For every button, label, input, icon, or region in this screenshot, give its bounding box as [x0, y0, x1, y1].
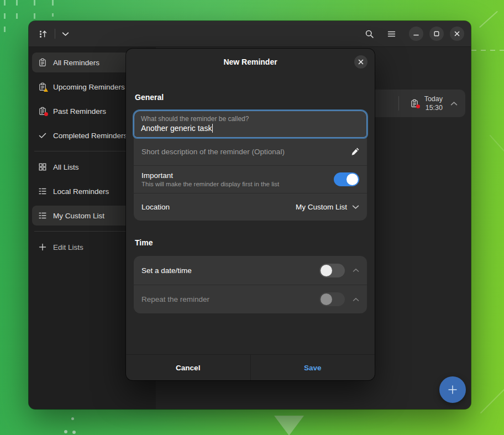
sidebar-item-label: All Reminders: [53, 59, 99, 67]
set-datetime-label: Set a date/time: [141, 266, 192, 275]
dialog-actions: Cancel Save: [126, 354, 375, 380]
time-section-heading: Time: [135, 238, 367, 247]
sidebar-item-label: Upcoming Reminders: [53, 83, 125, 91]
sort-ascending-icon: [39, 29, 48, 39]
save-button[interactable]: Save: [250, 355, 375, 380]
chevron-down-icon: [62, 32, 69, 36]
primary-menu-button[interactable]: [385, 28, 398, 40]
maximize-icon: [434, 31, 439, 36]
chevron-up-icon[interactable]: [353, 268, 359, 272]
wallpaper-dash-line: [52, 0, 54, 17]
location-label: Location: [141, 203, 170, 211]
maximize-button[interactable]: [429, 27, 444, 41]
dialog-title: New Reminder: [223, 57, 277, 66]
chevron-down-icon: [352, 205, 359, 209]
sidebar-item-label: My Custom List: [53, 212, 104, 220]
sidebar-item-label: All Lists: [53, 163, 79, 171]
reminder-row-separator: [398, 96, 399, 111]
text-caret: [212, 124, 213, 133]
toggle-knob: [321, 265, 332, 276]
task-list-icon: [38, 211, 47, 220]
wallpaper-dash-line: [34, 0, 35, 19]
wallpaper-dash-line: [4, 0, 6, 32]
clipboard-icon: [38, 58, 47, 67]
location-value: My Custom List: [296, 203, 347, 211]
chevron-up-icon[interactable]: [450, 101, 458, 106]
reminder-name-label: What should the reminder be called?: [141, 115, 360, 123]
clipboard-warning-icon: [38, 82, 47, 91]
close-icon: [454, 31, 460, 36]
reminder-name-value: Another generic task: [141, 124, 212, 133]
plus-icon: [448, 385, 458, 395]
new-reminder-fab[interactable]: [439, 376, 466, 403]
set-datetime-toggle[interactable]: [319, 264, 345, 277]
toggle-knob: [321, 294, 332, 305]
reminder-date: Today: [424, 95, 443, 103]
sort-button[interactable]: [36, 27, 50, 41]
minimize-button[interactable]: [409, 27, 423, 41]
reminder-name-field[interactable]: What should the reminder be called? Anot…: [134, 111, 367, 138]
task-list-icon: [38, 187, 47, 196]
checkmark-icon: [38, 131, 47, 140]
reminder-datetime: Today 15:30: [424, 95, 443, 113]
important-subtitle: This will make the reminder display firs…: [141, 181, 279, 187]
dialog-body: General What should the reminder be call…: [126, 75, 375, 354]
overdue-badge: [44, 112, 48, 116]
search-button[interactable]: [363, 27, 376, 41]
wallpaper-dashes: [471, 50, 504, 51]
chevron-up-icon: [353, 297, 359, 302]
wallpaper-streak: [479, 11, 498, 28]
hamburger-menu-icon: [387, 30, 396, 38]
time-group: Set a date/time Repeat the reminder: [134, 256, 367, 313]
dialog-close-button[interactable]: [354, 55, 368, 69]
warning-badge: [44, 88, 48, 92]
minimize-icon: [413, 31, 419, 36]
repeat-reminder-row: Repeat the reminder: [134, 285, 367, 313]
wallpaper-triangle: [274, 416, 304, 435]
set-datetime-row: Set a date/time: [134, 256, 367, 285]
search-icon: [365, 29, 374, 39]
sidebar-item-label: Past Reminders: [53, 107, 106, 116]
dialog-header: New Reminder: [126, 49, 375, 75]
reminder-time: 15:30: [426, 104, 443, 112]
headerbar-separator: [55, 29, 55, 39]
edit-pencil-icon[interactable]: [351, 148, 359, 156]
sidebar-item-label: Edit Lists: [53, 243, 83, 251]
clipboard-overdue-icon: [410, 99, 419, 108]
sidebar-item-label: Completed Reminders: [53, 132, 127, 140]
description-row[interactable]: Short description of the reminder (Optio…: [134, 138, 367, 165]
important-toggle[interactable]: [334, 172, 359, 186]
location-row[interactable]: Location My Custom List: [134, 193, 367, 221]
description-placeholder: Short description of the reminder (Optio…: [141, 148, 285, 156]
cancel-button[interactable]: Cancel: [126, 355, 250, 380]
headerbar: [29, 21, 471, 47]
plus-icon: [38, 243, 47, 251]
important-title: Important: [141, 171, 279, 180]
general-section-heading: General: [135, 93, 367, 102]
wallpaper-streak: [480, 388, 504, 414]
clipboard-overdue-icon: [38, 107, 47, 116]
toggle-knob: [347, 174, 358, 185]
grid-icon: [38, 163, 47, 171]
new-reminder-dialog: New Reminder General What should the rem…: [126, 49, 375, 380]
general-group: What should the reminder be called? Anot…: [134, 111, 367, 221]
sort-dropdown-button[interactable]: [60, 29, 71, 39]
wallpaper-dash-line: [16, 0, 18, 25]
repeat-reminder-toggle: [319, 292, 345, 306]
sidebar-item-label: Local Reminders: [53, 187, 109, 196]
close-window-button[interactable]: [450, 27, 464, 41]
close-icon: [358, 59, 364, 65]
wallpaper-dot: [64, 430, 67, 433]
wallpaper-streak: [490, 135, 504, 156]
wallpaper-dot: [71, 417, 74, 420]
important-row: Important This will make the reminder di…: [134, 165, 367, 193]
overdue-badge: [416, 104, 420, 108]
wallpaper-dot: [72, 431, 76, 434]
repeat-reminder-label: Repeat the reminder: [141, 295, 209, 303]
